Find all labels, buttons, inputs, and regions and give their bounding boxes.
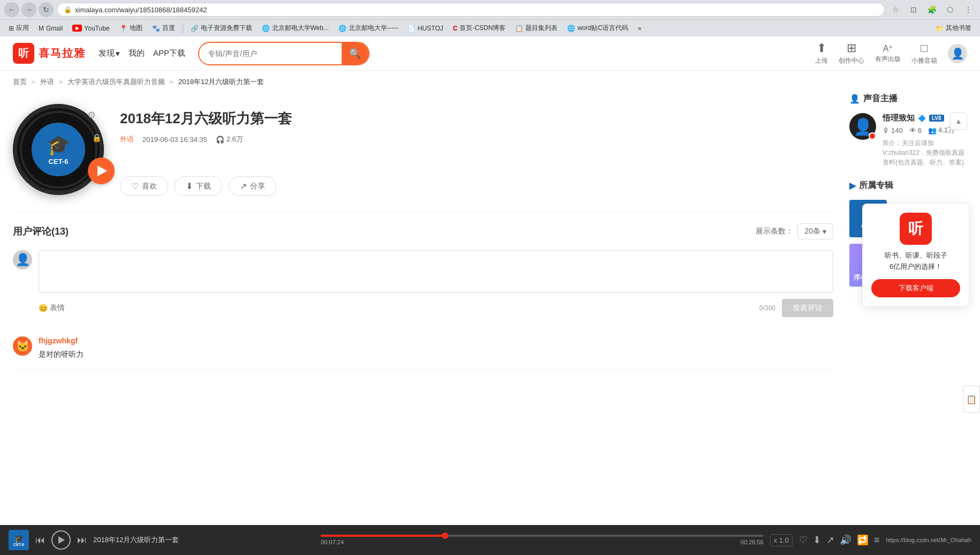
refresh-button[interactable]: ↻ [39, 2, 54, 17]
scroll-top-button[interactable]: ▲ [950, 112, 967, 130]
heart-icon: ♡ [131, 181, 139, 191]
extensions-button[interactable]: ⬡ [943, 2, 958, 17]
notes-sidebar-button[interactable]: 📋 [963, 386, 980, 412]
filter-value: 20条 [804, 227, 820, 236]
user-avatar[interactable]: 👤 [948, 44, 967, 63]
nav-app[interactable]: APP下载 [153, 48, 185, 58]
player-download-button[interactable]: ⬇ [813, 534, 821, 546]
emoji-button[interactable]: 😊 表情 [39, 303, 65, 313]
comment-textarea[interactable] [39, 250, 833, 293]
bookmark-apps[interactable]: ⊞ 应用 [4, 22, 33, 34]
bookmark-baidu[interactable]: 🐾 百度 [148, 22, 179, 34]
nav-mine[interactable]: 我的 [129, 48, 145, 58]
extension-button[interactable]: 🧩 [924, 2, 939, 17]
search-input[interactable] [199, 45, 342, 62]
bookmark-bupt-label: 北京邮电大学Web... [272, 24, 329, 33]
share-label: 分享 [250, 182, 265, 191]
bookmark-hustoj[interactable]: 📄 HUSTOJ [403, 23, 448, 34]
bookmark-resources[interactable]: 🔗 电子资源免费下载 [186, 22, 257, 34]
comments-section: 用户评论(13) 展示条数： 20条 ▾ 👤 [13, 212, 833, 380]
breadcrumb-foreign[interactable]: 外语 [40, 77, 54, 87]
logo-icon: 听 [13, 43, 34, 64]
bookmark-other[interactable]: 📁 其他书签 [931, 22, 976, 34]
share-button[interactable]: ↗ 分享 [229, 176, 276, 196]
track-details: 2018年12月六级听力第一套 外语 2019-06-03 16:34:35 🎧… [120, 104, 833, 196]
comment-list: 🐱 fhjgzwhkgf 是对的呀听力 [13, 328, 833, 369]
bookmark-gmail[interactable]: M Gmail [34, 23, 67, 34]
tts-action[interactable]: □ 小雅音箱 [911, 41, 937, 65]
upload-action[interactable]: ⬆ 上传 [815, 41, 828, 65]
player-album-art: 🎓 CET-6 [9, 530, 29, 550]
folder-icon: 📁 [936, 25, 944, 32]
forward-button[interactable]: → [21, 2, 36, 17]
player-share-button[interactable]: ↗ [826, 534, 834, 546]
address-bar[interactable]: 🔒 ximalaya.com/waiyu/18510868/188459242 [57, 3, 885, 17]
breadcrumb-album[interactable]: 大学英语六级历年真题听力音频 [67, 77, 165, 87]
search-button[interactable]: 🔍 [342, 43, 368, 64]
bookmark-youtube[interactable]: YouTube [68, 23, 114, 34]
audiobook-label: 有声出版 [875, 55, 901, 64]
progress-bar[interactable] [321, 535, 763, 537]
creator-action[interactable]: ⊞ 创作中心 [839, 41, 864, 65]
bookmark-word[interactable]: 🌐 word贴C语言代码 [563, 22, 632, 34]
emoji-label: 表情 [50, 303, 65, 313]
bookmark-resources-label: 电子资源免费下载 [201, 24, 252, 33]
app-promo-popup: 听 听书、听课、听段子6亿用户的选择！ 下载客户端 [862, 204, 969, 306]
problems-icon: 📋 [515, 25, 523, 32]
breadcrumb-home[interactable]: 首页 [13, 77, 27, 87]
player-list-button[interactable]: ≡ [874, 535, 880, 546]
comments-header: 用户评论(13) 展示条数： 20条 ▾ [13, 223, 833, 239]
player-heart-button[interactable]: ♡ [799, 534, 808, 546]
bookmark-more[interactable]: » [634, 23, 646, 34]
player-url: https://blog.csdn.net/Mr_Ohahah [886, 537, 971, 543]
profile-button[interactable]: ⊡ [906, 2, 921, 17]
download-button[interactable]: ⬇ 下载 [175, 176, 222, 196]
commenter-avatar: 👤 [13, 250, 32, 269]
comment-toolbar: 😊 表情 0/300 发表评论 [39, 299, 833, 317]
back-button[interactable]: ← [4, 2, 19, 17]
filter-label: 展示条数： [756, 227, 793, 236]
host-section-label: 声音主播 [863, 93, 898, 104]
bookmark-other-label: 其他书签 [946, 24, 971, 33]
player-volume-button[interactable]: 🔊 [840, 534, 851, 546]
progress-fill [321, 535, 444, 537]
headphones-icon: 🎧 [216, 136, 224, 144]
comment-input-area: 👤 😊 表情 0/300 发表评论 [13, 250, 833, 317]
player-prev-button[interactable]: ⏮ [35, 535, 45, 546]
promo-download-button[interactable]: 下载客户端 [871, 279, 960, 297]
nav-discover[interactable]: 发现 ▾ [99, 48, 120, 58]
bookmark-baidu-label: 百度 [162, 24, 175, 33]
track-category[interactable]: 外语 [120, 134, 134, 144]
app-container: 听 喜马拉雅 发现 ▾ 我的 APP下载 🔍 ⬆ 上传 [0, 36, 980, 551]
audiobook-action[interactable]: A⁺ 有声出版 [875, 43, 901, 64]
bookmark-gmail-label: Gmail [46, 25, 63, 32]
bookmark-csdn[interactable]: C 首页-CSDN博客 [449, 22, 510, 34]
bookmark-bupt[interactable]: 🌐 北京邮电大学Web... [258, 22, 333, 34]
settings-icon[interactable]: ⚙ [87, 109, 96, 121]
player-next-button[interactable]: ⏭ [77, 535, 87, 546]
bookmark-problems[interactable]: 📋 题目集列表 [511, 22, 562, 34]
host-name-text[interactable]: 悟理致知 [883, 113, 915, 123]
download-client-label: 下载客户端 [899, 284, 933, 292]
play-button[interactable] [88, 158, 115, 184]
comment-username-1[interactable]: fhjgzwhkgf [39, 336, 833, 345]
plays-count: 2.6万 [227, 134, 243, 144]
player-repeat-button[interactable]: 🔁 [857, 534, 869, 546]
bookmark-youtube-label: YouTube [84, 25, 109, 32]
download-label: 下载 [196, 182, 211, 191]
logo-text: 喜马拉雅 [39, 46, 86, 61]
submit-comment-button[interactable]: 发表评论 [782, 299, 833, 317]
comments-title: 用户评论(13) [13, 225, 69, 238]
player-play-button[interactable] [51, 530, 71, 550]
like-button[interactable]: ♡ 喜欢 [120, 176, 168, 196]
chevron-down-icon: ▾ [116, 49, 120, 58]
bookmark-apps-label: 应用 [16, 24, 29, 33]
filter-select[interactable]: 20条 ▾ [797, 223, 833, 239]
bookmark-star-button[interactable]: ☆ [888, 2, 903, 17]
promo-logo: 听 [900, 213, 932, 245]
bookmark-maps[interactable]: 📍 地图 [115, 22, 147, 34]
player-speed[interactable]: x 1.0 [770, 534, 793, 546]
menu-button[interactable]: ⋮ [961, 2, 976, 17]
logo[interactable]: 听 喜马拉雅 [13, 43, 86, 64]
bookmark-bupt2[interactable]: 🌐 北京邮电大学----- [334, 22, 402, 34]
